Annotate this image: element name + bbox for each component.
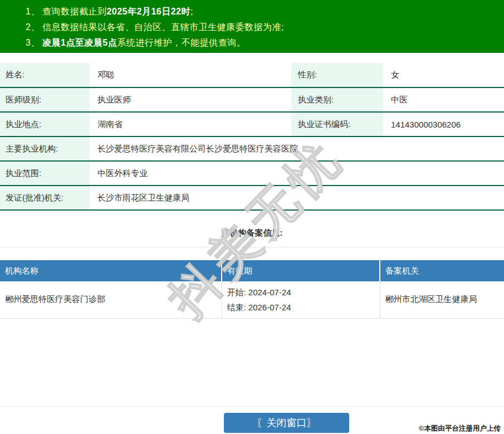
practice-location-label: 执业地点:: [0, 112, 90, 136]
multi-institution-section-title: 多机构备案信息:: [0, 218, 504, 247]
gender-label: 性别:: [291, 63, 383, 87]
notice-text: 查询数据截止到: [42, 7, 107, 16]
query-result-page: 1、查询数据截止到2025年2月16日22时; 2、信息数据结果以各省、自治区、…: [0, 0, 504, 434]
notice-bold-text: 2025年2月16日22时: [106, 7, 190, 16]
practitioner-info-table: 姓名: 邓聪 性别: 女 医师级别: 执业医师 执业类别: 中医 执业地点: 湖…: [0, 63, 504, 211]
notice-line-1: 1、查询数据截止到2025年2月16日22时;: [26, 4, 504, 19]
table-row: 医师级别: 执业医师 执业类别: 中医: [0, 87, 504, 112]
issuing-authority-value: 长沙市雨花区卫生健康局: [90, 186, 504, 210]
filing-table: 机构名称 有效期 备案机关 郴州爱思特医疗美容门诊部 开始: 2024-07-2…: [0, 260, 504, 319]
validity-end-date: 2026-07-24: [248, 303, 291, 312]
filing-header-row: 机构名称 有效期 备案机关: [0, 260, 504, 281]
name-value: 邓聪: [90, 63, 291, 87]
column-header-validity: 有效期: [222, 260, 380, 281]
notice-banner: 1、查询数据截止到2025年2月16日22时; 2、信息数据结果以各省、自治区、…: [0, 0, 504, 53]
copyright-stamp: ©本图由平台注册用户上传: [419, 424, 501, 433]
table-row: 发证(批准)机关: 长沙市雨花区卫生健康局: [0, 186, 504, 210]
practice-scope-value: 中医外科专业: [90, 161, 504, 186]
notice-number: 3、: [26, 38, 40, 47]
table-row: 执业地点: 湖南省 执业证书编码: 141430000306206: [0, 112, 504, 136]
doctor-level-label: 医师级别:: [0, 87, 90, 112]
name-label: 姓名:: [0, 63, 90, 87]
notice-line-3: 3、凌晨1点至凌晨5点系统进行维护，不能提供查询。: [26, 35, 504, 51]
doctor-level-value: 执业医师: [90, 87, 291, 112]
validity-end-label: 结束:: [227, 303, 246, 312]
practice-category-value: 中医: [383, 87, 504, 112]
close-window-button[interactable]: 〖关闭窗口〗: [224, 413, 349, 433]
validity-cell: 开始: 2024-07-24 结束: 2026-07-24: [222, 281, 380, 318]
notice-number: 1、: [26, 7, 40, 16]
validity-start-date: 2024-07-24: [248, 287, 291, 297]
notice-suffix: 系统进行维护，不能提供查询。: [117, 38, 246, 47]
notice-text: 信息数据结果以各省、自治区、直辖市卫生健康委数据为准;: [42, 22, 284, 32]
main-institution-label: 主要执业机构:: [0, 136, 90, 161]
table-row: 姓名: 邓聪 性别: 女: [0, 63, 504, 87]
footer-divider: [0, 406, 504, 407]
validity-start: 开始: 2024-07-24: [227, 285, 380, 300]
notice-number: 2、: [26, 22, 40, 32]
certificate-number-label: 执业证书编码:: [291, 112, 383, 136]
notice-line-2: 2、信息数据结果以各省、自治区、直辖市卫生健康委数据为准;: [26, 19, 504, 35]
certificate-number-value: 141430000306206: [383, 112, 504, 136]
validity-start-label: 开始:: [227, 287, 246, 297]
column-header-org-name: 机构名称: [0, 260, 222, 281]
practice-scope-label: 执业范围:: [0, 161, 90, 186]
validity-end: 结束: 2026-07-24: [227, 300, 380, 315]
practice-category-label: 执业类别:: [291, 87, 383, 112]
notice-bold-text: 凌晨1点至凌晨5点: [42, 38, 117, 47]
gender-value: 女: [383, 63, 504, 87]
table-row: 主要执业机构: 长沙爱思特医疗美容有限公司长沙爱思特医疗美容医院: [0, 136, 504, 161]
main-institution-value: 长沙爱思特医疗美容有限公司长沙爱思特医疗美容医院: [90, 136, 504, 161]
filing-authority-cell: 郴州市北湖区卫生健康局: [380, 281, 504, 318]
practice-location-value: 湖南省: [90, 112, 291, 136]
issuing-authority-label: 发证(批准)机关:: [0, 186, 90, 210]
notice-suffix: ;: [190, 7, 193, 16]
column-header-filing-authority: 备案机关: [380, 260, 504, 281]
table-row: 执业范围: 中医外科专业: [0, 161, 504, 186]
table-row: 郴州爱思特医疗美容门诊部 开始: 2024-07-24 结束: 2026-07-…: [0, 281, 504, 318]
org-name-cell: 郴州爱思特医疗美容门诊部: [0, 281, 222, 318]
